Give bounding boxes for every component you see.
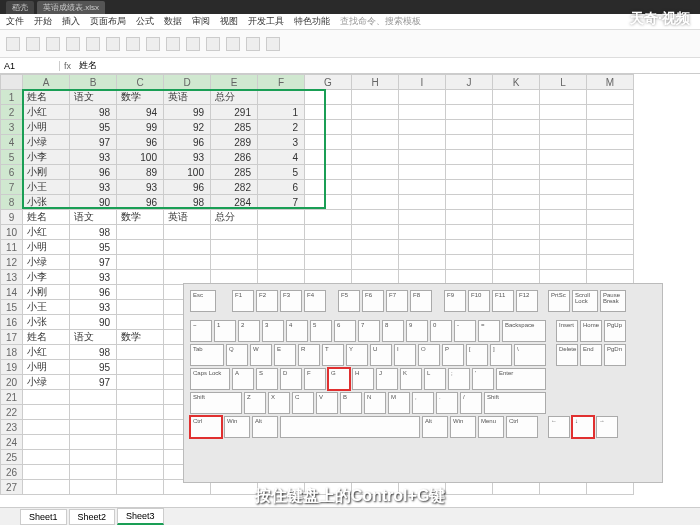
cell[interactable]: 98 (70, 345, 117, 360)
cell[interactable] (352, 120, 399, 135)
key-ins[interactable]: Insert (556, 320, 578, 342)
key-home[interactable]: Home (580, 320, 602, 342)
cell[interactable]: 99 (164, 105, 211, 120)
cell[interactable]: 小绿 (23, 255, 70, 270)
key-caps[interactable]: Caps Lock (190, 368, 230, 390)
ribbon-align-left[interactable] (126, 37, 140, 51)
col-header-J[interactable]: J (446, 75, 493, 90)
cell[interactable] (211, 255, 258, 270)
cell[interactable] (446, 210, 493, 225)
key-4[interactable]: 4 (286, 320, 308, 342)
row-header-14[interactable]: 14 (1, 285, 23, 300)
cell[interactable]: 英语 (164, 210, 211, 225)
key-0[interactable]: 0 (430, 320, 452, 342)
cell[interactable]: 7 (258, 195, 305, 210)
cell[interactable] (305, 90, 352, 105)
cell[interactable]: 94 (117, 105, 164, 120)
cell[interactable] (258, 255, 305, 270)
cell[interactable] (117, 345, 164, 360)
cell[interactable] (305, 105, 352, 120)
key-7[interactable]: 7 (358, 320, 380, 342)
cell[interactable] (446, 165, 493, 180)
cell[interactable]: 2 (258, 120, 305, 135)
key-p[interactable]: P (442, 344, 464, 366)
row-header-27[interactable]: 27 (1, 480, 23, 495)
key-f[interactable]: F (304, 368, 326, 390)
cell[interactable] (493, 165, 540, 180)
key-space[interactable] (280, 416, 420, 438)
key-gap[interactable] (434, 290, 442, 312)
cell[interactable] (493, 105, 540, 120)
cell[interactable] (23, 390, 70, 405)
col-header-H[interactable]: H (352, 75, 399, 90)
cell[interactable] (540, 150, 587, 165)
cell[interactable] (164, 225, 211, 240)
row-header-2[interactable]: 2 (1, 105, 23, 120)
ribbon-format[interactable] (66, 37, 80, 51)
row-header-25[interactable]: 25 (1, 450, 23, 465)
key-j[interactable]: J (376, 368, 398, 390)
ribbon-sum[interactable] (226, 37, 240, 51)
key-t[interactable]: T (322, 344, 344, 366)
key-gap[interactable] (548, 344, 554, 366)
cell[interactable] (23, 450, 70, 465)
key-rwin[interactable]: Win (450, 416, 476, 438)
key-q[interactable]: Q (226, 344, 248, 366)
row-header-5[interactable]: 5 (1, 150, 23, 165)
cell[interactable] (305, 195, 352, 210)
key-tab[interactable]: Tab (190, 344, 224, 366)
col-header-G[interactable]: G (305, 75, 352, 90)
cell[interactable]: 小明 (23, 240, 70, 255)
cell[interactable]: 89 (117, 165, 164, 180)
row-header-26[interactable]: 26 (1, 465, 23, 480)
cell[interactable] (305, 210, 352, 225)
cell[interactable] (493, 240, 540, 255)
key-v[interactable]: V (316, 392, 338, 414)
cell[interactable]: 96 (164, 135, 211, 150)
col-header-M[interactable]: M (587, 75, 634, 90)
key-sl[interactable]: / (460, 392, 482, 414)
cell[interactable] (587, 120, 634, 135)
key-down[interactable]: ↓ (572, 416, 594, 438)
cell[interactable] (117, 285, 164, 300)
cell[interactable]: 95 (70, 120, 117, 135)
cell[interactable] (352, 105, 399, 120)
cell[interactable] (540, 180, 587, 195)
cell[interactable] (446, 225, 493, 240)
cell[interactable]: 100 (164, 165, 211, 180)
cell[interactable]: 93 (70, 150, 117, 165)
cell[interactable] (117, 270, 164, 285)
menu-formula[interactable]: 公式 (136, 15, 154, 28)
key-tilde[interactable]: ~ (190, 320, 212, 342)
ribbon-bold[interactable] (86, 37, 100, 51)
key-9[interactable]: 9 (406, 320, 428, 342)
row-header-3[interactable]: 3 (1, 120, 23, 135)
cell[interactable] (258, 210, 305, 225)
cell[interactable] (587, 225, 634, 240)
ribbon-filter[interactable] (266, 37, 280, 51)
key-s[interactable]: S (256, 368, 278, 390)
key-left[interactable]: ← (548, 416, 570, 438)
key-f9[interactable]: F9 (444, 290, 466, 312)
col-header-B[interactable]: B (70, 75, 117, 90)
row-header-12[interactable]: 12 (1, 255, 23, 270)
cell[interactable] (117, 375, 164, 390)
cell[interactable] (493, 180, 540, 195)
cell[interactable]: 1 (258, 105, 305, 120)
cell[interactable]: 93 (164, 150, 211, 165)
cell[interactable] (305, 135, 352, 150)
key-w[interactable]: W (250, 344, 272, 366)
cell[interactable] (587, 105, 634, 120)
cell[interactable] (446, 255, 493, 270)
menu-review[interactable]: 审阅 (192, 15, 210, 28)
cell[interactable]: 姓名 (23, 90, 70, 105)
cell[interactable]: 小明 (23, 120, 70, 135)
col-header-K[interactable]: K (493, 75, 540, 90)
cell[interactable]: 289 (211, 135, 258, 150)
cell[interactable] (305, 180, 352, 195)
cell[interactable] (399, 210, 446, 225)
cell[interactable] (164, 240, 211, 255)
key-f1[interactable]: F1 (232, 290, 254, 312)
row-header-21[interactable]: 21 (1, 390, 23, 405)
row-header-20[interactable]: 20 (1, 375, 23, 390)
